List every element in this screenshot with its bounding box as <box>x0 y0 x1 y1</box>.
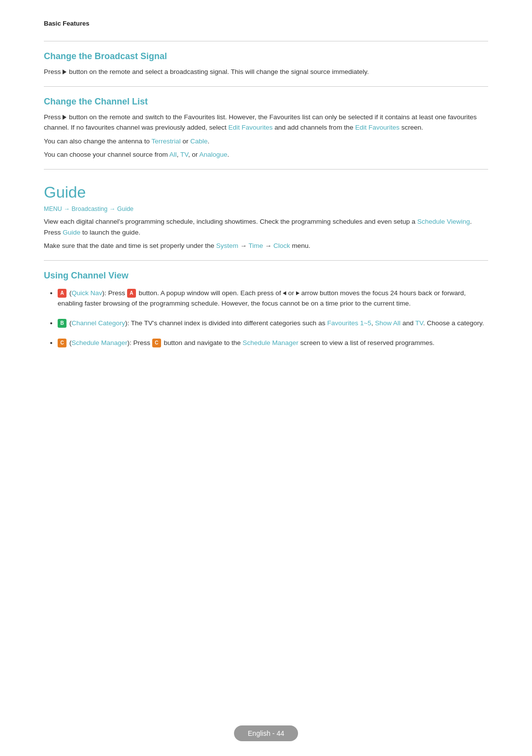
cable-link[interactable]: Cable <box>190 137 207 145</box>
show-all-link[interactable]: Show All <box>375 319 400 327</box>
btn-a-icon-2: A <box>127 289 136 298</box>
divider-1 <box>44 86 488 87</box>
btn-b-icon: B <box>58 319 66 328</box>
edit-favourites-link-1[interactable]: Edit Favourites <box>228 124 272 131</box>
using-channel-view-heading: Using Channel View <box>44 271 488 281</box>
arrow-left-icon <box>283 291 286 295</box>
clock-link[interactable]: Clock <box>273 242 290 249</box>
edit-favourites-link-2[interactable]: Edit Favourites <box>355 124 399 131</box>
system-link[interactable]: System <box>216 242 238 249</box>
terrestrial-link[interactable]: Terrestrial <box>151 137 180 145</box>
tv-link[interactable]: TV <box>180 151 188 158</box>
btn-a-icon: A <box>58 289 66 298</box>
favourites-link[interactable]: Favourites 1~5 <box>327 319 371 327</box>
breadcrumb-arrow-2: → <box>109 206 117 212</box>
broadcast-signal-heading: Change the Broadcast Signal <box>44 51 488 62</box>
section-label: Basic Features <box>44 20 488 31</box>
play-icon-2 <box>63 115 66 120</box>
footer: English - 44 <box>234 725 298 741</box>
channel-list-body2: You can also change the antenna to Terre… <box>44 136 488 147</box>
guide-heading: Guide <box>44 183 488 202</box>
schedule-manager-link-2[interactable]: Schedule Manager <box>242 339 298 346</box>
broadcast-signal-body: Press button on the remote and select a … <box>44 67 488 77</box>
schedule-viewing-link[interactable]: Schedule Viewing <box>417 218 470 225</box>
analogue-link[interactable]: Analogue <box>199 151 227 158</box>
bullet-c: C (Schedule Manager): Press C button and… <box>58 338 488 348</box>
divider-3 <box>44 260 488 261</box>
breadcrumb-arrow-1: → <box>64 206 71 212</box>
guide-body2: Make sure that the date and time is set … <box>44 241 488 251</box>
tv-link-2[interactable]: TV <box>415 319 423 327</box>
channel-list-body1: Press button on the remote and switch to… <box>44 112 488 133</box>
divider-top <box>44 41 488 41</box>
schedule-manager-link-1[interactable]: Schedule Manager <box>71 339 127 346</box>
channel-view-list: A (Quick Nav): Press A button. A popup w… <box>58 288 488 348</box>
channel-list-heading: Change the Channel List <box>44 97 488 107</box>
bullet-a: A (Quick Nav): Press A button. A popup w… <box>58 288 488 309</box>
quick-nav-link[interactable]: Quick Nav <box>71 289 102 297</box>
guide-body1: View each digital channel's programming … <box>44 216 488 238</box>
all-link[interactable]: All <box>169 151 177 158</box>
time-link[interactable]: Time <box>248 242 263 249</box>
btn-c-icon: C <box>58 339 66 347</box>
play-icon <box>63 69 66 74</box>
broadcasting-link[interactable]: Broadcasting <box>71 206 107 212</box>
guide-breadcrumb: MENU → Broadcasting → Guide <box>44 206 488 212</box>
arrow-right-icon <box>296 291 299 295</box>
guide-link[interactable]: Guide <box>117 206 133 212</box>
menu-link[interactable]: MENU <box>44 206 62 212</box>
channel-category-link[interactable]: Channel Category <box>71 319 125 327</box>
divider-2 <box>44 169 488 170</box>
channel-list-body3: You can choose your channel source from … <box>44 149 488 160</box>
btn-c-icon-2: C <box>152 339 161 347</box>
guide-press-link[interactable]: Guide <box>63 229 80 236</box>
bullet-b: B (Channel Category): The TV's channel i… <box>58 318 488 329</box>
